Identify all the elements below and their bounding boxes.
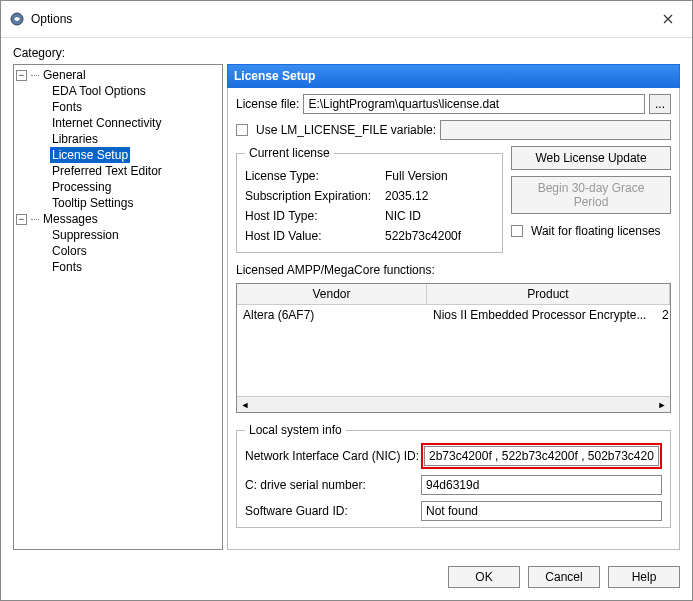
wait-floating-checkbox[interactable] [511,225,523,237]
cell-extra: 2 [656,305,670,325]
licensed-functions-label: Licensed AMPP/MegaCore functions: [236,263,671,277]
browse-button[interactable]: ... [649,94,671,114]
tree-item-suppression[interactable]: Suppression [14,227,222,243]
tree-item-preferred-text-editor[interactable]: Preferred Text Editor [14,163,222,179]
dialog-body: Category: − General EDA Tool Options Fon… [1,38,692,558]
cancel-button[interactable]: Cancel [528,566,600,588]
tree-item-libraries[interactable]: Libraries [14,131,222,147]
use-env-value [440,120,671,140]
use-env-label: Use LM_LICENSE_FILE variable: [256,123,436,137]
th-vendor[interactable]: Vendor [237,284,427,304]
hostid-type-value: NIC ID [385,206,494,226]
options-dialog: Options Category: − General EDA Tool Opt… [0,0,693,601]
table-header: Vendor Product [237,284,670,305]
local-info-legend: Local system info [245,423,346,437]
begin-grace-button: Begin 30-day Grace Period [511,176,671,214]
close-button[interactable] [652,7,684,31]
local-system-info-group: Local system info Network Interface Card… [236,423,671,528]
wait-floating-label: Wait for floating licenses [531,224,661,238]
horizontal-scrollbar[interactable]: ◄ ► [237,396,670,412]
use-env-checkbox[interactable] [236,124,248,136]
c-drive-value[interactable] [421,475,662,495]
tree-item-tooltip-settings[interactable]: Tooltip Settings [14,195,222,211]
ok-button[interactable]: OK [448,566,520,588]
license-type-label: License Type: [245,166,385,186]
dialog-buttons: OK Cancel Help [1,558,692,600]
hostid-type-label: Host ID Type: [245,206,385,226]
tree-item-eda-tool-options[interactable]: EDA Tool Options [14,83,222,99]
right-panel: License Setup License file: ... Use LM_L… [227,64,680,550]
hostid-value-label: Host ID Value: [245,226,385,246]
license-file-label: License file: [236,97,299,111]
tree-item-internet-connectivity[interactable]: Internet Connectivity [14,115,222,131]
cell-vendor: Altera (6AF7) [237,305,427,325]
tree-item-processing[interactable]: Processing [14,179,222,195]
tree-node-general[interactable]: − General [14,67,222,83]
collapse-icon[interactable]: − [16,70,27,81]
tree-node-messages[interactable]: − Messages [14,211,222,227]
tree-item-fonts-msg[interactable]: Fonts [14,259,222,275]
help-button[interactable]: Help [608,566,680,588]
web-license-update-button[interactable]: Web License Update [511,146,671,170]
scroll-left-icon[interactable]: ◄ [237,397,253,413]
license-type-value: Full Version [385,166,494,186]
app-icon [9,11,25,27]
tree-item-fonts[interactable]: Fonts [14,99,222,115]
close-icon [663,14,673,24]
category-label: Category: [13,46,680,60]
nic-id-value[interactable] [424,446,659,466]
current-license-group: Current license License Type:Full Versio… [236,146,503,253]
tree-item-colors[interactable]: Colors [14,243,222,259]
subscription-exp-label: Subscription Expiration: [245,186,385,206]
hostid-value-value: 522b73c4200f [385,226,494,246]
panel-title: License Setup [227,64,680,88]
software-guard-value[interactable] [421,501,662,521]
category-tree[interactable]: − General EDA Tool Options Fonts Interne… [13,64,223,550]
scroll-right-icon[interactable]: ► [654,397,670,413]
cell-product: Nios II Embedded Processor Encrypte... [427,305,656,325]
table-row[interactable]: Altera (6AF7) Nios II Embedded Processor… [237,305,670,325]
nic-id-label: Network Interface Card (NIC) ID: [245,449,421,463]
licensed-functions-table[interactable]: Vendor Product Altera (6AF7) Nios II Emb… [236,283,671,413]
tree-item-license-setup[interactable]: License Setup [14,147,222,163]
th-product[interactable]: Product [427,284,670,304]
software-guard-label: Software Guard ID: [245,504,421,518]
c-drive-label: C: drive serial number: [245,478,421,492]
subscription-exp-value: 2035.12 [385,186,494,206]
collapse-icon[interactable]: − [16,214,27,225]
window-title: Options [31,12,652,26]
license-file-input[interactable] [303,94,645,114]
titlebar: Options [1,1,692,38]
current-license-legend: Current license [245,146,334,160]
